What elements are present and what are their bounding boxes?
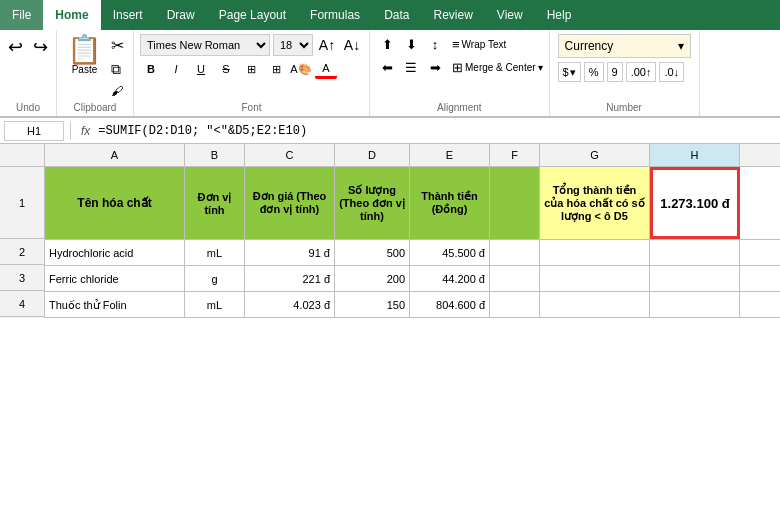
- align-center-button[interactable]: ☰: [400, 57, 422, 77]
- merge-center-button[interactable]: ⊞ Merge & Center ▾: [452, 60, 543, 75]
- data-cell[interactable]: 4.023 đ: [245, 292, 335, 318]
- data-cell[interactable]: [650, 292, 740, 318]
- align-right-button[interactable]: ➡: [424, 57, 446, 77]
- font-group-label: Font: [134, 102, 369, 113]
- copy-button[interactable]: ⧉: [108, 59, 127, 80]
- tab-help[interactable]: Help: [535, 0, 584, 30]
- number-group: Currency ▾ $▾ % 9 .00↑ .0↓ Number: [550, 30, 700, 116]
- undo-group: ↩ ↪ Undo: [0, 30, 57, 116]
- data-cell[interactable]: mL: [185, 292, 245, 318]
- decrease-font-button[interactable]: A↓: [341, 35, 363, 55]
- data-cell[interactable]: [540, 266, 650, 292]
- data-cell[interactable]: Thuốc thử Folin: [45, 292, 185, 318]
- data-cell[interactable]: [490, 167, 540, 239]
- increase-font-button[interactable]: A↑: [316, 35, 338, 55]
- dollar-sign-button[interactable]: $▾: [558, 62, 581, 82]
- spreadsheet: A B C D E F G H 1 2 3 4 Tên hóa chất: [0, 144, 780, 520]
- format-painter-button[interactable]: 🖌: [108, 82, 127, 100]
- data-cell[interactable]: 221 đ: [245, 266, 335, 292]
- row-header-4[interactable]: 4: [0, 291, 44, 317]
- tab-home[interactable]: Home: [43, 0, 100, 30]
- underline-button[interactable]: U: [190, 59, 212, 79]
- align-left-button[interactable]: ⬅: [376, 57, 398, 77]
- cut-button[interactable]: ✂: [108, 34, 127, 57]
- data-cell[interactable]: [490, 292, 540, 318]
- data-cell[interactable]: Đơn giá (Theo đơn vị tính): [245, 167, 335, 239]
- data-cell[interactable]: 500: [335, 240, 410, 266]
- h1-value-cell[interactable]: 1.273.100 đ: [650, 167, 740, 239]
- align-middle-button[interactable]: ⬇: [400, 34, 422, 54]
- tab-data[interactable]: Data: [372, 0, 421, 30]
- corner-cell: [0, 144, 45, 166]
- comma-style-button[interactable]: 9: [607, 62, 623, 82]
- wrap-text-button[interactable]: ≡ Wrap Text: [452, 34, 506, 54]
- redo-button[interactable]: ↪: [29, 34, 52, 60]
- row-header-1[interactable]: 1: [0, 167, 44, 239]
- number-group-label: Number: [550, 102, 699, 113]
- tab-insert[interactable]: Insert: [101, 0, 155, 30]
- tab-file[interactable]: File: [0, 0, 43, 30]
- row-header-3[interactable]: 3: [0, 265, 44, 291]
- col-header-F[interactable]: F: [490, 144, 540, 166]
- col-header-B[interactable]: B: [185, 144, 245, 166]
- number-format-dropdown[interactable]: Currency ▾: [558, 34, 691, 58]
- font-size-select[interactable]: 18: [273, 34, 313, 56]
- data-cell[interactable]: 44.200 đ: [410, 266, 490, 292]
- col-header-D[interactable]: D: [335, 144, 410, 166]
- decrease-indent-button[interactable]: ⊞: [240, 59, 262, 79]
- col-header-E[interactable]: E: [410, 144, 490, 166]
- undo-button[interactable]: ↩: [4, 34, 27, 60]
- clipboard-group: 📋 Paste ✂ ⧉ 🖌 Clipboard: [57, 30, 134, 116]
- increase-decimal-button[interactable]: .00↑: [626, 62, 657, 82]
- cell-reference-input[interactable]: [4, 121, 64, 141]
- percent-button[interactable]: %: [584, 62, 604, 82]
- border-button[interactable]: ⊞: [265, 59, 287, 79]
- align-bottom-button[interactable]: ↕: [424, 34, 446, 54]
- data-cell[interactable]: Thành tiền (Đồng): [410, 167, 490, 239]
- table-row: Tên hóa chất Đơn vị tính Đơn giá (Theo đ…: [45, 167, 780, 240]
- data-cell[interactable]: 45.500 đ: [410, 240, 490, 266]
- data-cell[interactable]: 150: [335, 292, 410, 318]
- col-header-C[interactable]: C: [245, 144, 335, 166]
- data-cell[interactable]: mL: [185, 240, 245, 266]
- data-cell[interactable]: 804.600 đ: [410, 292, 490, 318]
- data-cell[interactable]: Ferric chloride: [45, 266, 185, 292]
- col-header-H[interactable]: H: [650, 144, 740, 166]
- data-cell[interactable]: [540, 292, 650, 318]
- alignment-group: ⬆ ⬇ ↕ ≡ Wrap Text ⬅ ☰ ➡ ⊞ Merge & Center…: [370, 30, 550, 116]
- data-cell[interactable]: Đơn vị tính: [185, 167, 245, 239]
- col-header-G[interactable]: G: [540, 144, 650, 166]
- data-cell[interactable]: [650, 240, 740, 266]
- data-cell[interactable]: Số lượng (Theo đơn vị tính): [335, 167, 410, 239]
- tab-page-layout[interactable]: Page Layout: [207, 0, 298, 30]
- data-area: 1 2 3 4 Tên hóa chất Đơn vị tính Đơn giá…: [0, 167, 780, 318]
- font-name-select[interactable]: Times New Roman: [140, 34, 270, 56]
- fill-color-button[interactable]: A🎨: [290, 59, 312, 79]
- fx-label: fx: [81, 124, 90, 138]
- tab-formulas[interactable]: Formulas: [298, 0, 372, 30]
- data-cell[interactable]: g: [185, 266, 245, 292]
- data-cell[interactable]: [490, 266, 540, 292]
- ribbon-tabs: File Home Insert Draw Page Layout Formul…: [0, 0, 780, 30]
- bold-button[interactable]: B: [140, 59, 162, 79]
- data-cell[interactable]: 200: [335, 266, 410, 292]
- tab-view[interactable]: View: [485, 0, 535, 30]
- col-header-A[interactable]: A: [45, 144, 185, 166]
- formula-input[interactable]: [98, 124, 776, 138]
- italic-button[interactable]: I: [165, 59, 187, 79]
- align-top-button[interactable]: ⬆: [376, 34, 398, 54]
- data-cell[interactable]: Tổng thành tiền của hóa chất có số lượng…: [540, 167, 650, 239]
- tab-draw[interactable]: Draw: [155, 0, 207, 30]
- font-color-button[interactable]: A: [315, 59, 337, 79]
- data-cell[interactable]: [540, 240, 650, 266]
- data-cell[interactable]: Hydrochloric acid: [45, 240, 185, 266]
- decrease-decimal-button[interactable]: .0↓: [659, 62, 684, 82]
- data-cell[interactable]: 91 đ: [245, 240, 335, 266]
- tab-review[interactable]: Review: [421, 0, 484, 30]
- row-header-2[interactable]: 2: [0, 239, 44, 265]
- data-cell[interactable]: Tên hóa chất: [45, 167, 185, 239]
- strikethrough-button[interactable]: S: [215, 59, 237, 79]
- data-cell[interactable]: [490, 240, 540, 266]
- data-cell[interactable]: [650, 266, 740, 292]
- paste-button[interactable]: 📋 Paste: [63, 34, 106, 77]
